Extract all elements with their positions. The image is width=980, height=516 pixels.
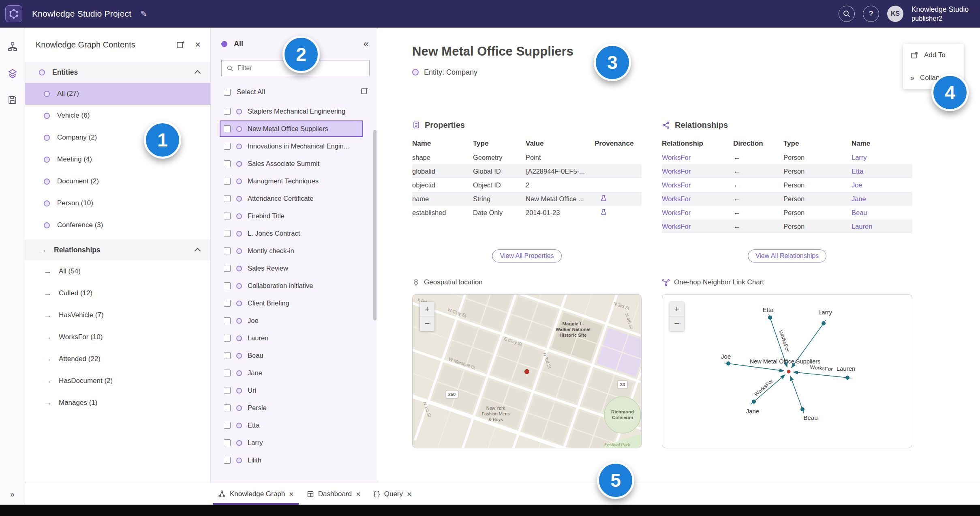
scrollbar-thumb[interactable] (373, 130, 377, 320)
edit-title-icon[interactable]: ✎ (140, 9, 147, 19)
entity-list-item[interactable]: Collaboration initiative (211, 277, 378, 295)
zoom-in-button[interactable]: + (420, 302, 434, 316)
relationship-link[interactable]: WorksFor (662, 168, 733, 175)
entity-list-item[interactable]: Innovations in Mechanical Engin... (211, 138, 378, 155)
relationship-filter-item[interactable]: → HasDocument (2) (25, 370, 210, 392)
item-checkbox[interactable] (224, 178, 231, 185)
zoom-in-button[interactable]: + (670, 302, 684, 316)
add-layer-button[interactable] (176, 40, 185, 49)
item-checkbox[interactable] (224, 439, 231, 446)
add-to-button[interactable]: Add To (903, 44, 964, 67)
entity-filter-item[interactable]: Vehicle (6) (25, 105, 210, 127)
relationship-link[interactable]: WorksFor (662, 209, 733, 217)
close-tab-icon[interactable]: × (356, 490, 361, 498)
item-checkbox[interactable] (224, 317, 231, 324)
related-entity-link[interactable]: Larry (852, 154, 912, 161)
item-checkbox[interactable] (224, 370, 231, 376)
select-all-checkbox[interactable] (224, 89, 231, 96)
entity-list-item[interactable]: Beau (211, 347, 378, 364)
item-checkbox[interactable] (224, 125, 231, 132)
relationship-filter-item[interactable]: → WorksFor (10) (25, 326, 210, 348)
relationship-filter-item[interactable]: → Called (12) (25, 282, 210, 304)
close-tab-icon[interactable]: × (407, 490, 412, 498)
relationship-filter-item[interactable]: → All (54) (25, 260, 210, 282)
entity-list-item[interactable]: Joe (211, 312, 378, 329)
entity-list-item[interactable]: Sales Review (211, 260, 378, 277)
view-all-relationships-button[interactable]: View All Relationships (748, 249, 826, 262)
tab-query[interactable]: { } Query × (367, 483, 418, 505)
zoom-out-button[interactable]: − (420, 316, 434, 331)
entity-list-item[interactable]: Persie (211, 399, 378, 417)
entity-filter-item[interactable]: Document (2) (25, 170, 210, 192)
save-icon[interactable] (7, 95, 17, 107)
relationship-link[interactable]: WorksFor (662, 181, 733, 189)
item-checkbox[interactable] (224, 422, 231, 429)
entity-filter-item[interactable]: Meeting (4) (25, 148, 210, 170)
related-entity-link[interactable]: Etta (852, 168, 912, 175)
provenance-flask-icon[interactable] (600, 209, 607, 215)
entity-filter-item[interactable]: Person (10) (25, 192, 210, 214)
item-checkbox[interactable] (224, 213, 231, 219)
entity-list-item[interactable]: Lilith (211, 452, 378, 469)
user-avatar[interactable]: KS (887, 6, 903, 22)
related-entity-link[interactable]: Beau (852, 209, 912, 217)
relationship-link[interactable]: WorksFor (662, 195, 733, 203)
item-checkbox[interactable] (224, 335, 231, 342)
entity-filter-item[interactable]: Company (2) (25, 127, 210, 148)
entity-list-item[interactable]: Staplers Mechanical Engineering (211, 103, 378, 120)
view-all-properties-button[interactable]: View All Properties (492, 249, 561, 262)
close-tab-icon[interactable]: × (289, 490, 294, 498)
item-checkbox[interactable] (224, 265, 231, 272)
item-checkbox[interactable] (224, 457, 231, 464)
add-entity-button[interactable] (360, 87, 369, 97)
help-button[interactable]: ? (863, 6, 879, 22)
entity-list-item[interactable]: Jane (211, 364, 378, 382)
tab-knowledge-graph[interactable]: Knowledge Graph × (212, 483, 300, 505)
entity-list-item[interactable]: Etta (211, 417, 378, 434)
item-checkbox[interactable] (224, 352, 231, 359)
item-checkbox[interactable] (224, 160, 231, 167)
relationship-filter-item[interactable]: → HasVehicle (7) (25, 304, 210, 326)
relationship-filter-item[interactable]: → Manages (1) (25, 392, 210, 414)
item-checkbox[interactable] (224, 247, 231, 254)
item-checkbox[interactable] (224, 108, 231, 115)
collapse-panel-icon[interactable]: « (364, 38, 369, 49)
entity-list-item[interactable]: Lauren (211, 329, 378, 347)
relationship-link[interactable]: WorksFor (662, 223, 733, 230)
entity-filter-item[interactable]: Conference (3) (25, 214, 210, 236)
relationships-section-header[interactable]: → Relationships (25, 239, 210, 260)
zoom-out-button[interactable]: − (670, 316, 684, 331)
related-entity-link[interactable]: Jane (852, 195, 912, 203)
entity-list-item[interactable]: L. Jones Contract (211, 225, 378, 242)
map-canvas[interactable]: W Clay St E Clay St W Marshall St N 3rd … (412, 294, 642, 448)
entity-list-item[interactable]: Larry (211, 434, 378, 452)
entities-section-header[interactable]: Entities (25, 62, 210, 83)
entity-filter-item[interactable]: All (27) (25, 83, 210, 105)
tab-dashboard[interactable]: Dashboard × (300, 483, 367, 505)
search-button[interactable] (839, 6, 855, 22)
expand-rail-icon[interactable]: » (0, 490, 25, 499)
relationship-filter-item[interactable]: → Attended (22) (25, 348, 210, 370)
entity-list-item[interactable]: Managment Techniques (211, 172, 378, 190)
close-panel-icon[interactable]: × (195, 40, 201, 49)
entity-list-item[interactable]: Uri (211, 382, 378, 399)
item-checkbox[interactable] (224, 404, 231, 411)
item-checkbox[interactable] (224, 230, 231, 237)
entity-list-item[interactable]: Attendance Certificate (211, 190, 378, 207)
entity-list-item[interactable]: Montly check-in (211, 242, 378, 260)
provenance-flask-icon[interactable] (600, 195, 607, 202)
item-checkbox[interactable] (224, 300, 231, 307)
entity-list-item[interactable]: Firebird Title (211, 207, 378, 225)
item-checkbox[interactable] (224, 282, 231, 289)
related-entity-link[interactable]: Joe (852, 181, 912, 189)
entity-list-item[interactable]: New Metal Office Suppliers (211, 120, 378, 138)
related-entity-link[interactable]: Lauren (852, 223, 912, 230)
project-hierarchy-icon[interactable] (7, 41, 18, 54)
entity-list-item[interactable]: Sales Associate Summit (211, 155, 378, 172)
relationship-link[interactable]: WorksFor (662, 154, 733, 161)
data-layers-icon[interactable] (7, 68, 18, 80)
entity-list-item[interactable]: Client Briefing (211, 295, 378, 312)
link-chart-canvas[interactable]: Etta Larry Joe Lauren Jane Beau New Meta… (662, 294, 912, 448)
item-checkbox[interactable] (224, 195, 231, 202)
item-checkbox[interactable] (224, 143, 231, 150)
